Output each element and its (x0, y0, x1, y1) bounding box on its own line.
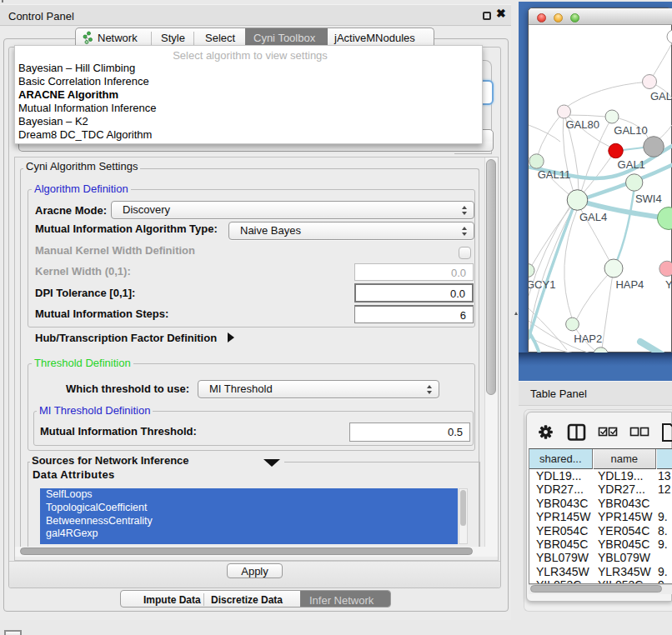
svg-text:GAL10: GAL10 (614, 124, 647, 137)
svg-text:GAL11: GAL11 (538, 168, 571, 181)
svg-text:GAL4: GAL4 (579, 211, 607, 223)
svg-text:GAL7: GAL7 (650, 90, 672, 102)
svg-text:GAL1: GAL1 (618, 158, 645, 171)
svg-text:SWI4: SWI4 (635, 192, 662, 205)
svg-text:GAL80: GAL80 (566, 118, 599, 131)
svg-text:GCY1: GCY1 (529, 278, 555, 291)
svg-text:Y: Y (665, 278, 672, 291)
svg-text:HAP4: HAP4 (615, 278, 644, 291)
svg-text:HAP2: HAP2 (574, 332, 602, 345)
